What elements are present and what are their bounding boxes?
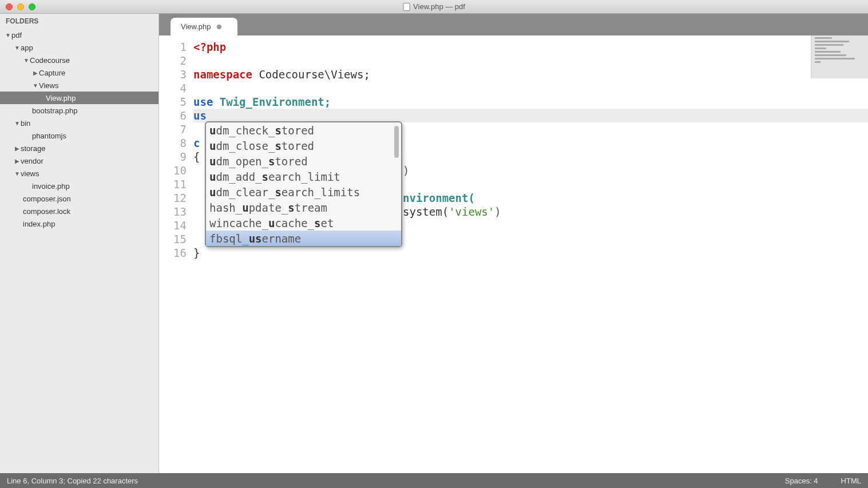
sidebar: FOLDERS ▼ pdf ▼ app ▼ Codecourse ▶ Captu…: [0, 14, 159, 473]
tree-file-phantomjs[interactable]: phantomjs: [0, 129, 158, 142]
code-body[interactable]: <?php namespace Codecourse\Views; use Tw…: [193, 35, 868, 473]
line-gutter: 1 2 3 4 5 6 7 8 9 10 11 12 13 14 15 16: [159, 35, 193, 473]
folder-tree: ▼ pdf ▼ app ▼ Codecourse ▶ Capture ▼ Vie…: [0, 29, 158, 230]
chevron-down-icon: ▼: [14, 45, 21, 51]
titlebar: View.php — pdf: [0, 0, 868, 14]
chevron-right-icon: ▶: [32, 70, 39, 76]
tree-folder-capture[interactable]: ▶ Capture: [0, 66, 158, 79]
dirty-indicator-icon: [217, 25, 221, 29]
autocomplete-item-selected[interactable]: fbsql_username: [206, 231, 401, 246]
autocomplete-item[interactable]: wincache_ucache_set: [206, 215, 401, 231]
code-editor[interactable]: 1 2 3 4 5 6 7 8 9 10 11 12 13 14 15 16 <…: [159, 35, 868, 473]
tree-folder-pdf[interactable]: ▼ pdf: [0, 29, 158, 41]
autocomplete-item[interactable]: udm_open_stored: [206, 153, 401, 169]
autocomplete-item[interactable]: udm_check_stored: [206, 122, 401, 138]
tree-folder-codecourse[interactable]: ▼ Codecourse: [0, 54, 158, 66]
tab-view-php[interactable]: View.php: [171, 18, 237, 35]
tree-folder-app[interactable]: ▼ app: [0, 41, 158, 54]
autocomplete-item[interactable]: udm_add_search_limit: [206, 169, 401, 184]
tree-folder-views[interactable]: ▼ Views: [0, 79, 158, 92]
status-left: Line 6, Column 3; Copied 22 characters: [7, 477, 138, 485]
chevron-down-icon: ▼: [14, 120, 21, 126]
status-spaces[interactable]: Spaces: 4: [785, 477, 818, 485]
autocomplete-item[interactable]: udm_close_stored: [206, 138, 401, 153]
autocomplete-popup[interactable]: udm_check_stored udm_close_stored udm_op…: [205, 121, 402, 247]
traffic-lights: [0, 3, 35, 10]
document-icon: [403, 3, 410, 11]
tree-file-invoice[interactable]: invoice.php: [0, 180, 158, 192]
tree-folder-bin[interactable]: ▼ bin: [0, 117, 158, 129]
chevron-down-icon: ▼: [5, 32, 11, 38]
tree-file-view-php[interactable]: View.php: [0, 92, 158, 104]
chevron-right-icon: ▶: [14, 158, 21, 164]
tree-file-bootstrap[interactable]: bootstrap.php: [0, 104, 158, 117]
chevron-down-icon: ▼: [14, 170, 21, 177]
tree-folder-vendor[interactable]: ▶ vendor: [0, 154, 158, 167]
close-icon[interactable]: [6, 3, 13, 10]
autocomplete-item[interactable]: hash_update_stream: [206, 200, 401, 215]
sidebar-header: FOLDERS: [0, 14, 158, 29]
tree-folder-storage[interactable]: ▶ storage: [0, 142, 158, 154]
tree-file-composer-json[interactable]: composer.json: [0, 192, 158, 205]
minimap[interactable]: [811, 35, 868, 78]
status-language[interactable]: HTML: [841, 477, 861, 485]
status-bar: Line 6, Column 3; Copied 22 characters S…: [0, 473, 868, 488]
tree-file-composer-lock[interactable]: composer.lock: [0, 205, 158, 217]
tab-bar: View.php: [159, 14, 868, 35]
chevron-right-icon: ▶: [14, 145, 21, 152]
chevron-down-icon: ▼: [23, 57, 30, 64]
editor-pane: View.php 1 2 3 4 5 6 7 8 9 10 11 12 13 1…: [159, 14, 868, 473]
tree-folder-views-lower[interactable]: ▼ views: [0, 167, 158, 180]
minimize-icon[interactable]: [17, 3, 24, 10]
tree-file-index[interactable]: index.php: [0, 217, 158, 230]
maximize-icon[interactable]: [29, 3, 35, 10]
autocomplete-item[interactable]: udm_clear_search_limits: [206, 184, 401, 200]
window-title: View.php — pdf: [403, 2, 465, 11]
chevron-down-icon: ▼: [32, 82, 39, 89]
